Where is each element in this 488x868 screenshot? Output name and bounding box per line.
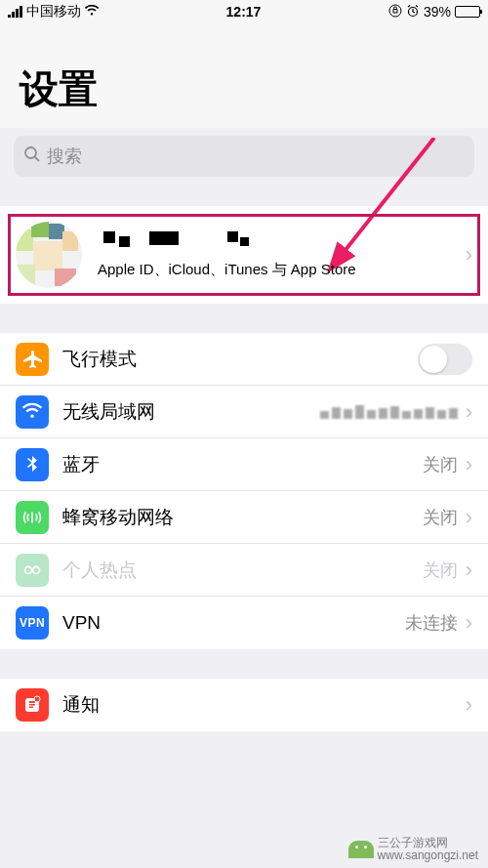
wifi-label: 无线局域网 bbox=[62, 399, 320, 425]
search-input[interactable]: 搜索 bbox=[14, 136, 474, 177]
hotspot-label: 个人热点 bbox=[62, 558, 423, 583]
search-placeholder: 搜索 bbox=[47, 145, 82, 168]
wifi-row[interactable]: 无线局域网 › bbox=[0, 386, 488, 438]
chevron-right-icon: › bbox=[466, 692, 472, 718]
general-group: 通知 › bbox=[0, 679, 488, 731]
signal-icon bbox=[8, 6, 22, 18]
airplane-toggle[interactable] bbox=[418, 344, 472, 375]
airplane-mode-row[interactable]: 飞行模式 bbox=[0, 333, 488, 386]
svg-point-2 bbox=[25, 147, 36, 158]
bluetooth-row[interactable]: 蓝牙 关闭 › bbox=[0, 438, 488, 491]
watermark-logo-icon bbox=[348, 841, 374, 858]
wifi-icon bbox=[16, 395, 49, 429]
search-icon bbox=[23, 145, 41, 168]
notifications-label: 通知 bbox=[62, 692, 466, 718]
status-bar: 中国移动 12:17 39% bbox=[0, 0, 488, 23]
wifi-status-icon bbox=[85, 4, 99, 20]
apple-id-text: Apple ID、iCloud、iTunes 与 App Store bbox=[98, 231, 466, 279]
battery-icon bbox=[455, 6, 480, 18]
svg-rect-8 bbox=[29, 701, 35, 703]
hotspot-icon bbox=[16, 554, 49, 587]
vpn-icon: VPN bbox=[16, 606, 49, 640]
chevron-right-icon: › bbox=[466, 242, 472, 268]
bluetooth-value: 关闭 bbox=[423, 453, 458, 476]
airplane-label: 飞行模式 bbox=[62, 347, 418, 372]
cellular-label: 蜂窝移动网络 bbox=[62, 505, 423, 530]
svg-rect-9 bbox=[29, 704, 35, 706]
apple-id-row[interactable]: Apple ID、iCloud、iTunes 与 App Store › bbox=[0, 206, 488, 304]
vpn-value: 未连接 bbox=[405, 611, 458, 635]
watermark-url: www.sangongzi.net bbox=[378, 849, 478, 862]
carrier-label: 中国移动 bbox=[26, 3, 81, 21]
notifications-row[interactable]: 通知 › bbox=[0, 679, 488, 731]
orientation-lock-icon bbox=[388, 4, 402, 21]
chevron-right-icon: › bbox=[466, 399, 472, 425]
status-left: 中国移动 bbox=[8, 3, 99, 21]
svg-line-3 bbox=[35, 157, 39, 161]
bluetooth-icon bbox=[16, 448, 49, 481]
cellular-value: 关闭 bbox=[423, 506, 458, 529]
chevron-right-icon: › bbox=[466, 558, 472, 583]
status-right: 39% bbox=[388, 4, 480, 21]
status-time: 12:17 bbox=[226, 4, 262, 20]
avatar bbox=[16, 222, 82, 288]
bluetooth-label: 蓝牙 bbox=[62, 452, 423, 477]
wifi-value-redacted bbox=[320, 405, 458, 419]
network-group: 飞行模式 无线局域网 › 蓝牙 关闭 › 蜂窝移动网络 关闭 › bbox=[0, 333, 488, 649]
svg-point-6 bbox=[33, 566, 40, 573]
hotspot-row[interactable]: 个人热点 关闭 › bbox=[0, 544, 488, 597]
airplane-icon bbox=[16, 343, 49, 376]
svg-point-11 bbox=[34, 696, 40, 702]
svg-point-5 bbox=[25, 566, 32, 573]
vpn-row[interactable]: VPN VPN 未连接 › bbox=[0, 597, 488, 649]
vpn-label: VPN bbox=[62, 612, 405, 634]
apple-id-group: Apple ID、iCloud、iTunes 与 App Store › bbox=[0, 206, 488, 304]
watermark: 三公子游戏网 www.sangongzi.net bbox=[348, 837, 478, 862]
chevron-right-icon: › bbox=[466, 452, 472, 477]
account-subtitle: Apple ID、iCloud、iTunes 与 App Store bbox=[98, 261, 466, 279]
watermark-name: 三公子游戏网 bbox=[378, 837, 478, 849]
alarm-icon bbox=[406, 4, 420, 21]
notifications-icon bbox=[16, 688, 49, 722]
page-header: 设置 bbox=[0, 23, 488, 128]
cellular-icon bbox=[16, 501, 49, 534]
hotspot-value: 关闭 bbox=[423, 558, 458, 582]
chevron-right-icon: › bbox=[466, 505, 472, 530]
account-name-redacted bbox=[98, 231, 466, 255]
chevron-right-icon: › bbox=[466, 610, 472, 636]
battery-percent: 39% bbox=[424, 4, 451, 20]
cellular-row[interactable]: 蜂窝移动网络 关闭 › bbox=[0, 491, 488, 544]
svg-rect-10 bbox=[29, 707, 33, 709]
page-title: 设置 bbox=[20, 62, 468, 116]
